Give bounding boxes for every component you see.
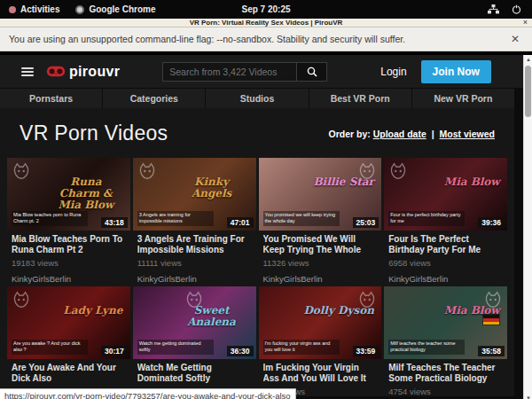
video-views: 19183 views xyxy=(12,258,126,268)
video-studio[interactable]: KinkyGirlsBerlin xyxy=(12,274,126,284)
grid-row-1: Runa Charm & Mia Blow Mia Blow teaches p… xyxy=(7,158,507,284)
video-card[interactable]: Runa Charm & Mia Blow Mia Blow teaches p… xyxy=(7,158,130,284)
order-by-upload-date[interactable]: Upload date xyxy=(373,129,426,139)
video-title[interactable]: 3 Angels Are Training For Impossible Mis… xyxy=(137,234,252,254)
thumb-overlay-subtitle: Are you awake ? And your dick also ? xyxy=(12,340,88,355)
power-icon[interactable] xyxy=(512,4,521,14)
search-input[interactable] xyxy=(162,62,297,82)
vr-goggles-icon xyxy=(46,66,66,77)
activities-button[interactable]: Activities xyxy=(9,4,59,14)
page-viewport: pirouvr Login Join Now Pornstars Categor… xyxy=(0,55,532,399)
video-title[interactable]: Mia Blow Teaches Porn To Runa Charm Pt 2 xyxy=(12,234,126,254)
german-flag xyxy=(482,314,500,325)
app-menu-label: Google Chrome xyxy=(89,4,155,14)
video-grid: Runa Charm & Mia Blow Mia Blow teaches p… xyxy=(0,156,514,396)
main-menu: Pornstars Categories Studios Best VR Por… xyxy=(0,89,514,108)
video-card[interactable]: Mia Blow Milf teaches the teacher some p… xyxy=(384,286,507,396)
thumb-overlay-name: Billie Star xyxy=(313,176,374,188)
site-navbar: pirouvr Login Join Now xyxy=(0,55,523,88)
chrome-infobar: You are using an unsupported command-lin… xyxy=(0,27,532,51)
video-thumb[interactable]: Mia Blow Milf teaches the teacher some p… xyxy=(384,286,507,359)
site-logo-text: pirouvr xyxy=(69,64,120,80)
system-top-bar: Activities Google Chrome Sep 7 20:25 xyxy=(0,0,532,19)
thumb-overlay-name: Mia Blow xyxy=(444,176,500,188)
duration-badge: 39:36 xyxy=(478,217,505,228)
scrollbar-thumb[interactable] xyxy=(525,66,531,117)
video-title[interactable]: Four Is The Perfect Birthday Party For M… xyxy=(388,234,503,254)
order-by-label: Order by: xyxy=(328,129,370,139)
menu-item-categories[interactable]: Categories xyxy=(103,89,205,108)
video-studio[interactable]: KinkyGirlsBerlin xyxy=(388,274,503,284)
search-icon xyxy=(307,66,317,77)
video-thumb[interactable]: Mia Blow Four is the perfect birthday pa… xyxy=(384,158,507,231)
thumb-overlay-name: Kinky Angels xyxy=(175,176,248,199)
status-bar-url: https://pirouvr.com/vr-porn-video/779325… xyxy=(0,388,296,399)
video-thumb[interactable]: Sweet Analena Watch me getting dominated… xyxy=(133,286,256,359)
duration-badge: 47:01 xyxy=(227,217,254,228)
infobar-message: You are using an unsupported command-lin… xyxy=(9,34,507,44)
studio-watermark-icon xyxy=(12,161,31,181)
video-card[interactable]: Kinky Angels 3 Angels are training for i… xyxy=(133,158,256,284)
video-card[interactable]: Mia Blow Four is the perfect birthday pa… xyxy=(384,158,507,284)
thumb-overlay-subtitle: 3 Angels are training for impossible mis… xyxy=(137,211,214,226)
studio-watermark-icon xyxy=(12,290,31,309)
page-title: VR Porn Videos xyxy=(20,121,168,145)
thumb-overlay-name: Runa Charm & Mia Blow xyxy=(49,176,122,210)
menu-item-best-vr-porn[interactable]: Best VR Porn xyxy=(309,89,411,108)
video-studio[interactable]: KinkyGirlsBerlin xyxy=(263,274,378,284)
video-card[interactable]: Lady Lyne Are you awake ? And your dick … xyxy=(7,286,130,396)
video-card[interactable]: Billie Star You promised we will keep tr… xyxy=(259,158,382,284)
search-button[interactable] xyxy=(297,62,327,82)
network-icon[interactable] xyxy=(488,4,499,14)
video-thumb[interactable]: Kinky Angels 3 Angels are training for i… xyxy=(133,158,256,231)
window-title-bar: VR Porn: Virtual Reality Sex Videos | Pi… xyxy=(0,19,532,27)
menu-item-studios[interactable]: Studios xyxy=(206,89,308,108)
menu-item-pornstars[interactable]: Pornstars xyxy=(0,89,102,108)
video-title[interactable]: Milf Teaches The Teacher Some Practical … xyxy=(388,363,503,383)
window-close-icon[interactable]: × xyxy=(523,18,528,27)
studio-watermark-icon xyxy=(137,161,157,181)
thumb-overlay-name: Sweet Analena xyxy=(175,305,248,327)
video-views: 11326 views xyxy=(263,258,378,268)
video-thumb[interactable]: Lady Lyne Are you awake ? And your dick … xyxy=(7,286,130,359)
video-title[interactable]: Im Fucking Your Virgin Ass And You Will … xyxy=(263,363,378,383)
infobar-close-icon[interactable]: ✕ xyxy=(507,33,523,45)
video-card[interactable]: Dolly Dyson I'm fucking your virgin ass … xyxy=(259,286,382,396)
scrollbar-down-icon[interactable]: ▼ xyxy=(524,394,532,399)
video-views: 11111 views xyxy=(137,258,252,268)
thumb-overlay-name: Dolly Dyson xyxy=(303,305,374,317)
grid-row-2: Lady Lyne Are you awake ? And your dick … xyxy=(7,286,507,396)
search-bar xyxy=(162,62,327,82)
duration-badge: 30:17 xyxy=(101,346,128,356)
activities-icon xyxy=(9,6,16,13)
video-thumb[interactable]: Dolly Dyson I'm fucking your virgin ass … xyxy=(259,286,382,359)
video-views: 4754 views xyxy=(388,387,503,396)
activities-label: Activities xyxy=(20,4,59,14)
window-title: VR Porn: Virtual Reality Sex Videos | Pi… xyxy=(0,19,532,27)
join-now-button[interactable]: Join Now xyxy=(421,60,491,83)
hamburger-menu-icon[interactable] xyxy=(21,67,34,76)
thumb-overlay-subtitle: Mia Blow teaches porn to Runa Charm pt. … xyxy=(12,211,88,226)
video-thumb[interactable]: Runa Charm & Mia Blow Mia Blow teaches p… xyxy=(7,158,130,231)
content-area: VR Porn Videos Order by: Upload date | M… xyxy=(0,108,514,396)
video-card[interactable]: Sweet Analena Watch me getting dominated… xyxy=(133,286,256,396)
thumb-overlay-subtitle: I'm fucking your virgin ass and you will… xyxy=(263,340,340,355)
order-by-separator: | xyxy=(432,129,434,139)
duration-badge: 33:59 xyxy=(353,346,379,356)
video-title[interactable]: Are You Awake And Your Dick Also xyxy=(12,363,126,383)
site-logo[interactable]: pirouvr xyxy=(46,64,120,80)
clock[interactable]: Sep 7 20:25 xyxy=(241,4,290,14)
order-by-most-viewed[interactable]: Most viewed xyxy=(440,129,495,139)
video-thumb[interactable]: Billie Star You promised we will keep tr… xyxy=(259,158,382,231)
menu-item-new-vr-porn[interactable]: New VR Porn xyxy=(412,89,514,108)
duration-badge: 35:58 xyxy=(478,346,505,356)
scrollbar-up-icon[interactable]: ▲ xyxy=(524,55,532,64)
login-link[interactable]: Login xyxy=(380,66,406,78)
video-studio[interactable]: KinkyGirlsBerlin xyxy=(137,274,252,284)
app-menu-button[interactable]: Google Chrome xyxy=(75,4,155,14)
thumb-overlay-name: Lady Lyne xyxy=(63,305,122,317)
video-title[interactable]: You Promised We Will Keep Trying The Who… xyxy=(263,234,378,254)
video-title[interactable]: Watch Me Getting Dominated Softly xyxy=(137,363,252,383)
order-by: Order by: Upload date | Most viewed xyxy=(328,129,495,139)
page-scrollbar[interactable]: ▲ ▼ xyxy=(523,55,532,399)
